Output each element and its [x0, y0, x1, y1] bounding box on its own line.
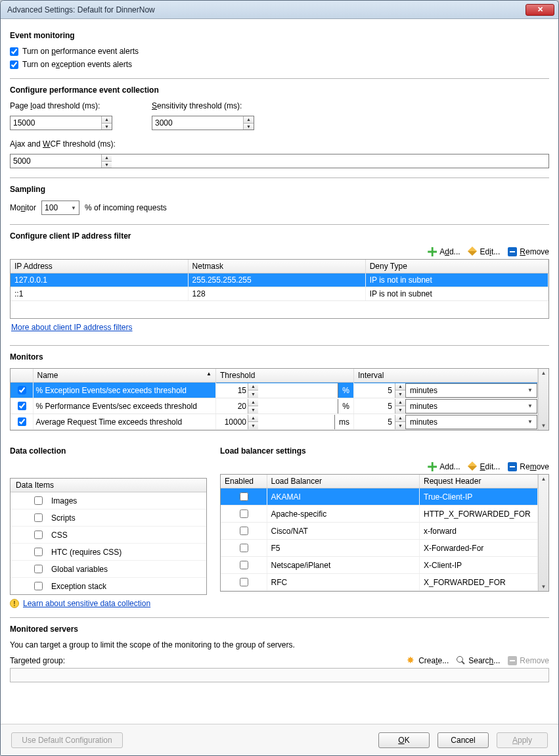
- data-items-header[interactable]: Data Items: [11, 479, 206, 492]
- list-item[interactable]: HTC (requires CSS): [11, 544, 206, 561]
- scrollbar[interactable]: ▲ ▼: [538, 369, 548, 430]
- spin-down-icon[interactable]: ▼: [102, 161, 112, 168]
- spin-down-icon[interactable]: ▼: [244, 123, 254, 130]
- col-ip[interactable]: IP Address: [11, 260, 188, 273]
- table-row[interactable]: F5X-Forwarded-For: [221, 540, 538, 557]
- interval-spinner[interactable]: ▲▼: [354, 399, 406, 413]
- ip-filter-link[interactable]: More about client IP address filters: [10, 319, 134, 336]
- list-item[interactable]: Global variables: [11, 561, 206, 578]
- col-deny[interactable]: Deny Type: [365, 260, 548, 273]
- list-item[interactable]: CSS: [11, 527, 206, 544]
- sensitivity-spinner[interactable]: ▲ ▼: [152, 116, 254, 130]
- lb-enabled-checkbox[interactable]: [240, 527, 248, 535]
- ok-button[interactable]: OK: [378, 732, 430, 748]
- sensitivity-input[interactable]: [152, 116, 243, 130]
- monitor-enable-checkbox[interactable]: [18, 417, 26, 426]
- cancel-button[interactable]: Cancel: [437, 732, 489, 748]
- targeted-group-input[interactable]: [10, 668, 549, 682]
- threshold-input[interactable]: [216, 399, 248, 413]
- close-button[interactable]: ✕: [525, 4, 554, 16]
- col-threshold[interactable]: Threshold: [216, 369, 354, 383]
- interval-unit-select[interactable]: minutes▼: [406, 415, 537, 429]
- table-row[interactable]: AKAMAITrue-Client-IP: [221, 488, 538, 506]
- list-item[interactable]: Scripts: [11, 509, 206, 527]
- col-hdr[interactable]: Request Header: [420, 475, 538, 488]
- lb-enabled-checkbox[interactable]: [240, 544, 248, 552]
- ajax-input[interactable]: [11, 154, 101, 168]
- threshold-input[interactable]: [216, 415, 248, 429]
- spin-up-icon[interactable]: ▲: [248, 399, 258, 406]
- threshold-spinner[interactable]: ▲▼: [216, 383, 338, 398]
- ip-add-button[interactable]: Add...: [428, 247, 460, 256]
- table-row[interactable]: % Exception Events/sec exceeds threshold…: [11, 383, 538, 398]
- lb-enabled-checkbox[interactable]: [240, 561, 248, 569]
- spin-down-icon[interactable]: ▼: [395, 406, 405, 413]
- lb-enabled-checkbox[interactable]: [240, 578, 248, 586]
- monitor-enable-checkbox[interactable]: [18, 402, 26, 410]
- search-button[interactable]: Search...: [457, 656, 500, 665]
- interval-unit-select[interactable]: minutes▼: [406, 399, 537, 413]
- scroll-up-icon[interactable]: ▲: [541, 476, 547, 482]
- data-item-checkbox[interactable]: [34, 496, 43, 505]
- spin-down-icon[interactable]: ▼: [395, 421, 405, 429]
- spin-down-icon[interactable]: ▼: [395, 390, 405, 398]
- lb-add-button[interactable]: Add...: [428, 462, 460, 471]
- scroll-down-icon[interactable]: ▼: [541, 423, 547, 429]
- spin-up-icon[interactable]: ▲: [395, 415, 405, 422]
- page-load-spinner[interactable]: ▲ ▼: [10, 116, 112, 130]
- exception-alerts-checkbox[interactable]: [10, 60, 18, 69]
- table-row[interactable]: 127.0.0.1255.255.255.255IP is not in sub…: [11, 273, 548, 287]
- lb-edit-button[interactable]: Edit...: [468, 462, 501, 471]
- ip-filter-table[interactable]: IP Address Netmask Deny Type 127.0.0.125…: [10, 259, 549, 319]
- list-item[interactable]: Exception stack: [11, 578, 206, 594]
- monitors-table[interactable]: Name ▲ Threshold Interval % Exception Ev…: [11, 369, 538, 430]
- spin-up-icon[interactable]: ▲: [395, 399, 405, 406]
- lb-table[interactable]: Enabled Load Balancer Request Header AKA…: [221, 475, 538, 591]
- data-collection-link[interactable]: Learn about sensitive data collection: [23, 599, 150, 608]
- table-row[interactable]: % Performance Events/sec exceeds thresho…: [11, 398, 538, 414]
- lb-enabled-checkbox[interactable]: [240, 509, 248, 518]
- ip-edit-button[interactable]: Edit...: [468, 247, 501, 256]
- spin-down-icon[interactable]: ▼: [248, 406, 258, 413]
- table-row[interactable]: Apache-specificHTTP_X_FORWARDED_FOR: [221, 506, 538, 523]
- col-lb[interactable]: Load Balancer: [267, 475, 420, 488]
- col-interval[interactable]: Interval: [354, 369, 538, 383]
- data-item-checkbox[interactable]: [34, 565, 43, 573]
- table-row[interactable]: Average Request Time exceeds threshold▲▼…: [11, 414, 538, 430]
- threshold-input[interactable]: [216, 383, 248, 398]
- spin-down-icon[interactable]: ▼: [248, 390, 258, 398]
- interval-spinner[interactable]: ▲▼: [354, 415, 406, 429]
- table-row[interactable]: Cisco/NATx-forward: [221, 523, 538, 540]
- list-item[interactable]: Images: [11, 492, 206, 509]
- col-name[interactable]: Name ▲: [33, 369, 216, 383]
- spin-down-icon[interactable]: ▼: [102, 123, 112, 130]
- ip-remove-button[interactable]: Remove: [508, 247, 549, 256]
- perf-alerts-checkbox[interactable]: [10, 47, 18, 56]
- table-row[interactable]: ::1128IP is not in subnet: [11, 287, 548, 301]
- col-enabled[interactable]: Enabled: [221, 475, 267, 488]
- spin-up-icon[interactable]: ▲: [395, 383, 405, 390]
- scrollbar[interactable]: ▲ ▼: [538, 475, 548, 591]
- monitor-enable-checkbox[interactable]: [18, 386, 26, 394]
- ajax-spinner[interactable]: ▲ ▼: [10, 154, 549, 168]
- lb-enabled-checkbox[interactable]: [240, 492, 248, 501]
- page-load-input[interactable]: [11, 116, 101, 130]
- interval-spinner[interactable]: ▲▼: [354, 383, 406, 398]
- data-item-checkbox[interactable]: [34, 531, 43, 539]
- spin-up-icon[interactable]: ▲: [102, 116, 112, 123]
- data-item-checkbox[interactable]: [34, 548, 43, 556]
- scroll-area[interactable]: Event monitoring Turn on performance eve…: [1, 19, 558, 724]
- spin-down-icon[interactable]: ▼: [248, 421, 258, 429]
- create-button[interactable]: Create...: [407, 656, 449, 665]
- threshold-spinner[interactable]: ▲▼: [216, 415, 335, 429]
- scroll-up-icon[interactable]: ▲: [541, 370, 547, 376]
- spin-up-icon[interactable]: ▲: [248, 415, 258, 422]
- scroll-down-icon[interactable]: ▼: [541, 584, 547, 590]
- spin-up-icon[interactable]: ▲: [244, 116, 254, 123]
- data-item-checkbox[interactable]: [34, 582, 43, 590]
- spin-up-icon[interactable]: ▲: [248, 383, 258, 390]
- lb-remove-button[interactable]: Remove: [508, 462, 549, 471]
- data-items-list[interactable]: Data Items ImagesScriptsCSSHTC (requires…: [10, 478, 207, 595]
- table-row[interactable]: RFCX_FORWARDED_FOR: [221, 574, 538, 591]
- table-row[interactable]: Netscape/iPlanetX-Client-IP: [221, 557, 538, 574]
